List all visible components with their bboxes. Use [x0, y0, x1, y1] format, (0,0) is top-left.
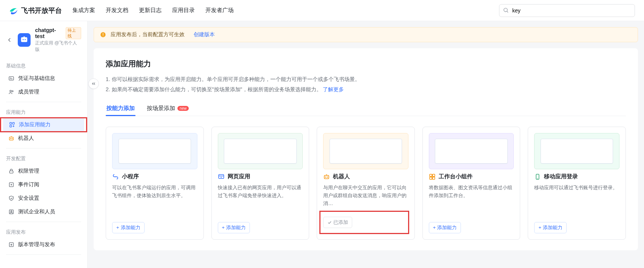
webapp-icon: e — [218, 173, 225, 180]
sidebar-item-test-org[interactable]: 测试企业和人员 — [2, 205, 85, 219]
button-label: 添加能力 — [437, 224, 457, 231]
sidebar-item-release[interactable]: 版本管理与发布 — [2, 238, 85, 251]
capability-grid: 小程序 可以在飞书客户端运行的应用，可调用飞书组件，使体验达到原生水平。 + 添… — [106, 127, 626, 239]
app-status-tag: 待上线 — [66, 27, 81, 39]
sidebar-item-members[interactable]: 成员管理 — [2, 85, 85, 99]
notice-text: 应用发布后，当前配置方可生效 — [111, 31, 185, 38]
sidebar-item-label: 成员管理 — [18, 89, 39, 95]
desc-line: 2. 如果尚不确定需要添加什么能力，可切换至"按场景添加"，根据所需的业务场景选… — [106, 86, 322, 92]
capability-desc: 将数据图表、图文资讯等信息通过小组件添加到工作台。 — [429, 184, 514, 218]
add-capability-button[interactable]: + 添加能力 — [218, 222, 250, 233]
sidebar-item-events[interactable]: 事件订阅 — [2, 178, 85, 191]
svg-rect-29 — [103, 33, 103, 35]
svg-rect-38 — [430, 174, 432, 176]
collapse-sidebar-button[interactable] — [88, 78, 99, 89]
svg-rect-39 — [433, 174, 435, 176]
brand[interactable]: 飞书开放平台 — [9, 6, 62, 15]
search-icon — [503, 7, 509, 13]
learn-more-link[interactable]: 了解更多 — [323, 86, 344, 92]
notice-action-link[interactable]: 创建版本 — [194, 31, 215, 38]
sidebar-item-label: 版本管理与发布 — [18, 241, 55, 248]
sidebar: chatgpt-test 待上线 正式应用 @飞书个人版 基础信息 凭证与基础信… — [0, 21, 88, 268]
svg-text:e: e — [220, 176, 222, 178]
add-capability-button[interactable]: + 添加能力 — [534, 222, 567, 233]
top-nav: 飞书开放平台 集成方案 开发文档 更新日志 应用目录 开发者广场 — [0, 0, 644, 21]
capability-thumb — [534, 133, 619, 169]
topnav-link[interactable]: 开发者广场 — [205, 7, 234, 14]
sidebar-item-label: 机器人 — [18, 135, 34, 142]
app-name: chatgpt-test — [35, 27, 63, 39]
svg-point-10 — [12, 90, 13, 92]
capability-title: 机器人 — [333, 173, 350, 180]
back-icon[interactable] — [6, 37, 13, 43]
topnav-link[interactable]: 更新日志 — [139, 7, 162, 14]
svg-rect-34 — [324, 175, 329, 179]
sidebar-item-label: 安全设置 — [18, 195, 39, 202]
search-input[interactable] — [499, 4, 635, 17]
svg-rect-40 — [430, 177, 432, 179]
svg-rect-12 — [12, 123, 14, 124]
sidebar-section-title: 应用发布 — [0, 225, 87, 238]
capability-desc: 快速接入已有的网页应用，用户可以通过飞书客户端免登录快速进入。 — [218, 184, 303, 218]
desc-line: 1. 你可以根据实际需求，为应用开启能力。单个应用可开启多种能力，一个能力可用于… — [106, 74, 626, 84]
topnav-link[interactable]: 开发文档 — [106, 7, 128, 14]
brand-title: 飞书开放平台 — [21, 6, 62, 15]
svg-rect-20 — [9, 171, 13, 173]
svg-point-4 — [25, 39, 26, 40]
sidebar-item-bot[interactable]: 机器人 — [2, 132, 85, 145]
upload-icon — [8, 242, 14, 248]
capability-card-mobile-login: 移动应用登录 移动应用可以通过飞书账号进行登录。 + 添加能力 — [528, 127, 626, 239]
svg-point-36 — [327, 177, 328, 178]
add-capability-button[interactable]: + 添加能力 — [112, 222, 145, 233]
svg-rect-6 — [9, 77, 14, 80]
topnav-link[interactable]: 应用目录 — [172, 7, 195, 14]
sidebar-section-title: 基础信息 — [0, 59, 87, 72]
lock-icon — [8, 168, 14, 174]
grid-plus-icon — [9, 122, 15, 128]
mobile-icon — [534, 173, 541, 180]
svg-rect-13 — [10, 125, 12, 127]
plus-icon: + — [538, 225, 541, 230]
main-content: 应用发布后，当前配置方可生效 创建版本 添加应用能力 1. 你可以根据实际需求，… — [88, 21, 644, 268]
tab-by-scene[interactable]: 按场景添加 new — [146, 101, 190, 116]
button-label: 添加能力 — [121, 224, 140, 231]
capability-thumb — [112, 133, 197, 169]
app-subtitle: 正式应用 @飞书个人版 — [35, 40, 81, 53]
org-icon — [8, 209, 14, 215]
check-icon — [327, 220, 332, 225]
svg-rect-11 — [10, 123, 12, 124]
sidebar-item-credentials[interactable]: 凭证与基础信息 — [2, 72, 85, 85]
tab-by-capability[interactable]: 按能力添加 — [106, 101, 136, 116]
plus-icon: + — [433, 225, 436, 230]
page-description: 1. 你可以根据实际需求，为应用开启能力。单个应用可开启多种能力，一个能力可用于… — [106, 74, 626, 94]
capability-desc: 可以在飞书客户端运行的应用，可调用飞书组件，使体验达到原生水平。 — [112, 184, 197, 218]
svg-point-18 — [12, 138, 12, 139]
id-card-icon — [8, 75, 14, 81]
sidebar-item-security[interactable]: 安全设置 — [2, 191, 85, 205]
users-icon — [8, 89, 14, 95]
svg-rect-30 — [103, 36, 103, 36]
capability-card-widget: 工作台小组件 将数据图表、图文资讯等信息通过小组件添加到工作台。 + 添加能力 — [422, 127, 521, 239]
bot-icon — [8, 135, 14, 141]
capability-title: 网页应用 — [228, 173, 250, 180]
capability-thumb — [323, 133, 408, 169]
add-capability-button[interactable]: + 添加能力 — [429, 222, 461, 233]
sidebar-item-permissions[interactable]: 权限管理 — [2, 164, 85, 178]
svg-rect-2 — [21, 37, 28, 42]
notice-bar: 应用发布后，当前配置方可生效 创建版本 — [94, 27, 638, 42]
topnav-link[interactable]: 集成方案 — [72, 7, 95, 14]
app-header: chatgpt-test 待上线 正式应用 @飞书个人版 — [0, 21, 87, 59]
capability-card-miniapp: 小程序 可以在飞书客户端运行的应用，可调用飞书组件，使体验达到原生水平。 + 添… — [106, 127, 204, 239]
sidebar-item-label: 测试企业和人员 — [18, 208, 55, 215]
svg-point-35 — [325, 177, 326, 178]
sidebar-item-label: 事件订阅 — [18, 181, 39, 188]
shield-icon — [8, 195, 14, 201]
topnav-links: 集成方案 开发文档 更新日志 应用目录 开发者广场 — [72, 7, 234, 14]
button-label: 添加能力 — [543, 224, 562, 231]
capability-title: 移动应用登录 — [544, 173, 578, 180]
app-icon — [18, 33, 31, 47]
sidebar-item-add-capability[interactable]: 添加应用能力 — [3, 118, 84, 132]
content-card: 添加应用能力 1. 你可以根据实际需求，为应用开启能力。单个应用可开启多种能力，… — [94, 48, 638, 250]
plus-box-icon — [8, 182, 14, 188]
svg-point-17 — [10, 138, 11, 139]
